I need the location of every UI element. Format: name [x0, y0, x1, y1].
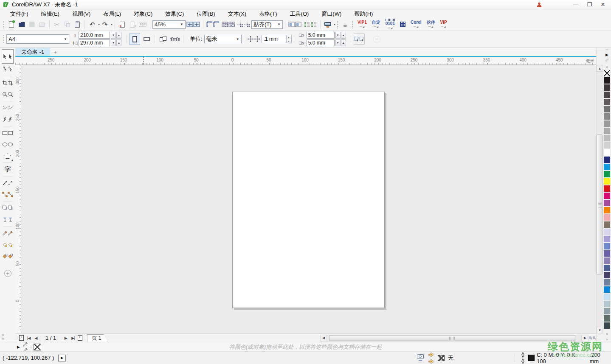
document-palette-flyout-arrow[interactable]: ▶	[17, 345, 20, 349]
treat-as-filled-button[interactable]	[354, 34, 365, 45]
page-indicator[interactable]: 1 / 1	[39, 335, 62, 341]
menu-item[interactable]: 效果(C)	[159, 9, 190, 19]
page-height-up[interactable]: ▴	[116, 39, 121, 46]
color-swatch[interactable]	[603, 315, 611, 322]
color-swatch[interactable]	[603, 199, 611, 207]
text-tool[interactable]: 字	[2, 164, 13, 175]
menu-item[interactable]: 位图(B)	[191, 9, 221, 19]
new-document-tab-button[interactable]: ＋	[50, 48, 60, 56]
page-size-preset-combo[interactable]: A4 ▼	[6, 34, 69, 44]
document-palette-no-color-swatch[interactable]	[34, 344, 41, 350]
scroll-left-arrow[interactable]: ◀	[320, 335, 327, 342]
menu-item[interactable]: 视图(V)	[66, 9, 96, 19]
publish-pdf-icon[interactable]: PDF	[138, 20, 148, 30]
palette-scroll-down[interactable]: ∨	[605, 331, 608, 336]
nudge-up[interactable]: ▴	[287, 35, 291, 39]
color-swatch[interactable]	[603, 322, 611, 329]
add-page-start-button[interactable]: +	[18, 334, 25, 342]
drop-shadow-tool[interactable]	[2, 202, 13, 214]
interactive-fill-tool[interactable]	[2, 250, 13, 262]
portrait-button[interactable]	[129, 34, 140, 45]
status-flyout-button[interactable]: ▶	[58, 355, 66, 361]
custom-plugin-icon[interactable]: 自定⋯◢	[372, 20, 380, 29]
horizontal-scrollbar[interactable]: ◀ ▶	[320, 334, 596, 342]
color-swatch[interactable]	[603, 106, 611, 113]
vertical-ruler[interactable]: 300250200150100500	[15, 65, 21, 333]
last-page-button[interactable]: ▶|	[69, 334, 76, 342]
coffee-break-icon[interactable]: ☕	[340, 20, 350, 30]
vertical-scrollbar[interactable]: ▲ ▼	[596, 48, 603, 342]
undo-icon[interactable]: ↶	[87, 20, 97, 30]
color-swatch[interactable]	[603, 272, 611, 279]
color-swatch[interactable]	[603, 163, 611, 171]
color-swatch[interactable]	[603, 228, 611, 235]
dup-y-down[interactable]: ▾	[335, 39, 341, 46]
page-height-input[interactable]: 297.0 mm	[79, 39, 110, 46]
color-swatch[interactable]	[603, 257, 611, 264]
canvas[interactable]: 300250200150100500	[15, 65, 596, 333]
color-swatch[interactable]	[603, 250, 611, 257]
units-combo[interactable]: 毫米 ▼	[204, 35, 242, 43]
shape-tool[interactable]	[2, 64, 13, 75]
menu-item[interactable]: 帮助(H)	[348, 9, 379, 19]
menu-item[interactable]: 编辑(E)	[35, 9, 65, 19]
current-page-button[interactable]	[169, 34, 180, 45]
corel-plugin-icon[interactable]: Corel⋯◢	[411, 20, 422, 29]
color-swatch[interactable]	[603, 120, 611, 127]
scroll-up-arrow[interactable]: ▲	[597, 65, 603, 72]
partner-plugin-icon[interactable]: 伙伴⋯◢	[427, 20, 435, 29]
menu-item[interactable]: 文本(X)	[222, 9, 252, 19]
connector-tool[interactable]	[2, 189, 13, 200]
landscape-button[interactable]	[141, 34, 152, 45]
membership-user-icon[interactable]	[534, 1, 545, 8]
minimize-button[interactable]: —	[569, 1, 582, 8]
horizontal-ruler[interactable]: 毫米 2502001501005005010015020025030035040…	[15, 57, 596, 65]
color-swatch[interactable]	[603, 171, 611, 178]
app-launcher-arrow[interactable]: ▾	[334, 22, 335, 26]
rectangle-tool[interactable]	[2, 127, 13, 139]
document-palette-scroll-left[interactable]: ‹	[30, 344, 32, 350]
color-swatch[interactable]	[603, 149, 611, 156]
color-swatch[interactable]	[603, 214, 611, 221]
docker-expand-arrow-icon[interactable]: ▶	[605, 51, 608, 58]
color-swatch[interactable]	[603, 308, 611, 315]
drawing-page[interactable]	[232, 92, 385, 308]
add-page-end-button[interactable]: +	[76, 334, 84, 342]
color-swatch[interactable]	[603, 300, 611, 308]
menu-item[interactable]: 表格(T)	[253, 9, 283, 19]
menu-item[interactable]: 窗口(W)	[315, 9, 347, 19]
first-page-button[interactable]: |◀	[25, 334, 32, 342]
color-swatch[interactable]	[603, 156, 611, 163]
styles-icon[interactable]	[303, 20, 318, 30]
duplicate-x-input[interactable]: 5.0 mm	[307, 32, 335, 39]
snap-to-dropdown[interactable]: 贴齐(T) ▼	[251, 20, 283, 29]
ellipse-tool[interactable]	[2, 139, 13, 150]
options-icon[interactable]	[287, 20, 303, 30]
pick-tool[interactable]	[2, 49, 14, 64]
cut-icon[interactable]: ✂	[52, 20, 62, 30]
nudge-distance-input[interactable]: .1 mm	[262, 35, 286, 43]
page-width-down[interactable]: ▾	[111, 32, 116, 39]
paste-icon[interactable]	[72, 20, 82, 30]
redo-dropdown-arrow[interactable]: ▾	[111, 22, 113, 26]
color-swatch[interactable]	[603, 84, 611, 91]
palette-grip[interactable]: •••	[605, 48, 608, 51]
color-eyedropper-tool[interactable]	[2, 227, 13, 239]
page-width-up[interactable]: ▴	[116, 32, 121, 39]
show-grid-icon[interactable]	[221, 20, 236, 30]
fullscreen-preview-icon[interactable]	[186, 20, 201, 30]
close-button[interactable]: ✕	[597, 1, 609, 8]
navigator-magnifier-icon[interactable]	[588, 334, 596, 342]
toolbar-grip-3[interactable]	[352, 20, 354, 29]
color-swatch[interactable]	[603, 286, 611, 293]
polygon-tool[interactable]	[2, 150, 13, 162]
color-swatch[interactable]	[603, 235, 611, 243]
color-swatch[interactable]	[603, 207, 611, 214]
color-swatch[interactable]	[603, 134, 611, 142]
color-swatch[interactable]	[603, 98, 611, 106]
dynamic-guides-icon[interactable]	[236, 20, 251, 30]
add-property-icon[interactable]: +	[372, 34, 382, 44]
nudge-down[interactable]: ▾	[287, 39, 291, 43]
smart-fill-tool[interactable]	[2, 239, 13, 250]
open-document-icon[interactable]	[17, 20, 27, 30]
